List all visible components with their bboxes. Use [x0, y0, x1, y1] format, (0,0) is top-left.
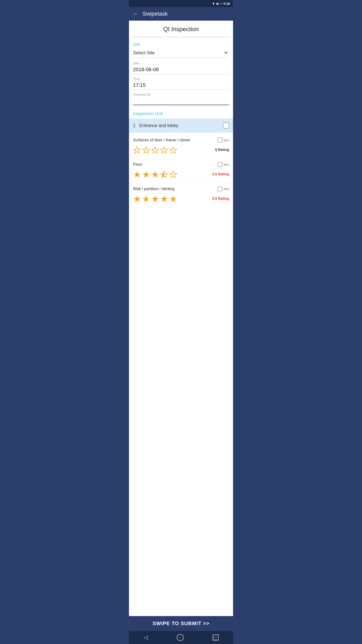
site-section-label: Site	[129, 42, 233, 48]
site-select-wrapper: Select Site	[133, 48, 229, 58]
unit-name: Entrance and lobby	[139, 123, 178, 128]
app-header: ← Swipetask	[129, 7, 233, 21]
surfaces-star-3[interactable]: ★	[151, 146, 159, 155]
nav-home-button[interactable]: ○	[177, 634, 184, 641]
date-value: 2018-06-08	[133, 66, 229, 74]
surfaces-rating-row: ★ ★ ★ ★ ★ 0 Rating	[133, 145, 229, 155]
unit-row[interactable]: 1 Entrance and lobby	[129, 118, 233, 133]
inspected-by-input[interactable]	[133, 97, 229, 105]
wall-rating-row: ★ ★ ★ ★ ★ 5.0 Rating	[133, 193, 229, 204]
floor-rating-label: 3.5 Rating	[212, 172, 229, 176]
app-title: Swipetask	[143, 11, 168, 17]
unit-row-text: 1 Entrance and lobby	[133, 123, 178, 128]
wall-star-2[interactable]: ★	[142, 194, 150, 204]
surfaces-rating-label: 0 Rating	[215, 148, 229, 152]
wall-star-1[interactable]: ★	[133, 194, 141, 204]
wall-rating-label: 5.0 Rating	[212, 196, 229, 200]
wall-na-box[interactable]	[217, 186, 222, 191]
date-field-group: Date 2018-06-08	[129, 62, 233, 77]
floor-header: Floor N/A	[133, 162, 229, 167]
inspected-by-group: Inspected By	[129, 93, 233, 108]
wall-na-label: N/A	[223, 187, 229, 191]
date-label: Date	[133, 62, 229, 65]
time-label: Time	[133, 77, 229, 81]
inspected-by-label: Inspected By	[133, 93, 229, 96]
floor-star-2[interactable]: ★	[142, 170, 150, 179]
inspection-item-wall: Wall / partition / skirting N/A ★ ★ ★ ★ …	[129, 183, 233, 208]
signal-icon: ▣	[216, 2, 219, 5]
floor-na-box[interactable]	[217, 162, 222, 167]
floor-star-5[interactable]: ★	[169, 170, 177, 179]
floor-star-3[interactable]: ★	[151, 170, 159, 179]
wall-stars[interactable]: ★ ★ ★ ★ ★	[133, 194, 177, 204]
status-bar: ▼ ▣ ▭ 5:16	[129, 0, 233, 7]
floor-star-4[interactable]: ★	[160, 170, 168, 179]
title-divider	[132, 37, 230, 37]
surfaces-na-checkbox[interactable]: N/A	[217, 138, 229, 143]
inspection-unit-label: Inspection Unit	[129, 108, 233, 118]
wall-star-3[interactable]: ★	[151, 194, 159, 204]
floor-stars[interactable]: ★ ★ ★ ★ ★	[133, 170, 177, 179]
unit-number: 1	[133, 123, 135, 128]
wifi-icon: ▼	[212, 2, 215, 6]
inspection-item-floor: Floor N/A ★ ★ ★ ★ ★ 3.5 Rating	[129, 159, 233, 183]
main-content: QI Inspection Site Select Site Date 2018…	[129, 21, 233, 616]
form-title: QI Inspection	[129, 21, 233, 35]
surfaces-na-box[interactable]	[217, 138, 222, 143]
floor-name: Floor	[133, 162, 142, 167]
floor-na-checkbox[interactable]: N/A	[217, 162, 229, 167]
floor-star-1[interactable]: ★	[133, 170, 141, 179]
wall-star-5[interactable]: ★	[169, 194, 177, 204]
nav-square-button[interactable]: □	[213, 634, 219, 640]
surfaces-star-1[interactable]: ★	[133, 146, 141, 155]
nav-bar: ◁ ○ □	[129, 631, 233, 644]
surfaces-header: Surfaces of door / frame / closer N/A	[133, 138, 229, 143]
inspection-item-surfaces: Surfaces of door / frame / closer N/A ★ …	[129, 135, 233, 159]
surfaces-star-4[interactable]: ★	[160, 146, 168, 155]
wall-header: Wall / partition / skirting N/A	[133, 186, 229, 191]
time-field-group: Time 17:15	[129, 77, 233, 93]
floor-na-label: N/A	[223, 163, 229, 167]
surfaces-name: Surfaces of door / frame / closer	[133, 138, 190, 142]
wall-na-checkbox[interactable]: N/A	[217, 186, 229, 191]
floor-right: N/A	[217, 162, 229, 167]
back-button[interactable]: ←	[133, 11, 139, 17]
nav-back-button[interactable]: ◁	[144, 634, 148, 641]
unit-checkbox[interactable]	[223, 123, 229, 129]
submit-area[interactable]: SWIPE TO SUBMIT >>	[129, 616, 233, 631]
site-select[interactable]: Select Site	[133, 48, 229, 58]
surfaces-star-2[interactable]: ★	[142, 146, 150, 155]
bottom-spacer	[129, 208, 233, 212]
floor-rating-row: ★ ★ ★ ★ ★ 3.5 Rating	[133, 169, 229, 179]
surfaces-na-label: N/A	[223, 138, 229, 142]
surfaces-star-5[interactable]: ★	[169, 146, 177, 155]
surfaces-right: N/A	[217, 138, 229, 143]
wall-star-4[interactable]: ★	[160, 194, 168, 204]
wall-name: Wall / partition / skirting	[133, 187, 174, 191]
wall-right: N/A	[217, 186, 229, 191]
surfaces-stars[interactable]: ★ ★ ★ ★ ★	[133, 146, 177, 155]
battery-icon: ▭	[220, 2, 222, 5]
status-icons: ▼ ▣ ▭ 5:16	[212, 2, 230, 6]
status-time: 5:16	[223, 2, 230, 6]
submit-label[interactable]: SWIPE TO SUBMIT >>	[153, 621, 210, 626]
time-value: 17:15	[133, 81, 229, 90]
